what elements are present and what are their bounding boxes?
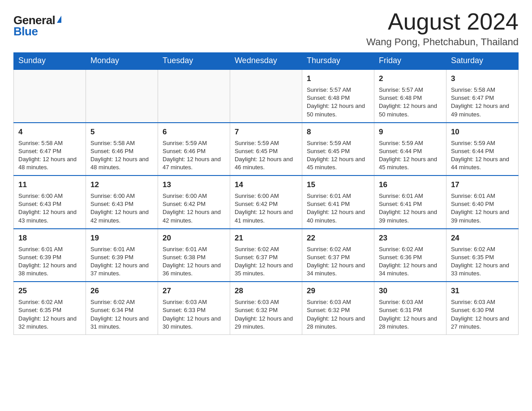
day-info: Daylight: 12 hours and 43 minutes. <box>18 208 81 224</box>
calendar-cell: 12Sunrise: 6:00 AMSunset: 6:43 PMDayligh… <box>86 176 158 229</box>
day-info: Sunset: 6:45 PM <box>235 147 297 155</box>
calendar-week-row: 1Sunrise: 5:57 AMSunset: 6:48 PMDaylight… <box>14 69 519 123</box>
day-number: 6 <box>163 127 225 137</box>
day-info: Daylight: 12 hours and 38 minutes. <box>18 261 81 278</box>
day-info: Sunset: 6:42 PM <box>163 200 225 208</box>
calendar-cell: 31Sunrise: 6:03 AMSunset: 6:30 PMDayligh… <box>446 282 518 334</box>
title-block: August 2024 Wang Pong, Phetchabun, Thail… <box>366 9 519 48</box>
day-info: Sunset: 6:46 PM <box>163 147 225 155</box>
calendar-cell <box>14 69 86 123</box>
calendar-cell: 30Sunrise: 6:03 AMSunset: 6:31 PMDayligh… <box>374 282 446 334</box>
calendar-cell: 14Sunrise: 6:00 AMSunset: 6:42 PMDayligh… <box>230 176 302 229</box>
month-title: August 2024 <box>366 9 519 34</box>
day-info: Sunset: 6:37 PM <box>235 253 297 261</box>
day-number: 27 <box>163 286 225 296</box>
day-info: Sunrise: 6:02 AM <box>307 245 369 253</box>
day-info: Sunset: 6:35 PM <box>18 306 81 314</box>
day-info: Sunset: 6:40 PM <box>451 200 514 208</box>
calendar-cell: 29Sunrise: 6:03 AMSunset: 6:32 PMDayligh… <box>302 282 374 334</box>
day-info: Daylight: 12 hours and 31 minutes. <box>90 315 153 331</box>
day-info: Daylight: 12 hours and 36 minutes. <box>163 261 225 278</box>
day-info: Sunrise: 6:02 AM <box>235 245 297 253</box>
day-info: Daylight: 12 hours and 46 minutes. <box>235 155 297 171</box>
day-number: 24 <box>451 233 514 244</box>
calendar-cell: 3Sunrise: 5:58 AMSunset: 6:47 PMDaylight… <box>446 69 518 123</box>
day-info: Daylight: 12 hours and 50 minutes. <box>379 102 442 118</box>
day-number: 3 <box>451 73 514 84</box>
calendar-cell <box>158 69 230 123</box>
day-info: Sunset: 6:33 PM <box>163 306 225 314</box>
day-info: Daylight: 12 hours and 37 minutes. <box>90 261 153 278</box>
calendar-cell: 24Sunrise: 6:02 AMSunset: 6:35 PMDayligh… <box>446 229 518 282</box>
calendar-week-row: 18Sunrise: 6:01 AMSunset: 6:39 PMDayligh… <box>14 229 519 282</box>
day-info: Daylight: 12 hours and 28 minutes. <box>379 315 442 331</box>
day-info: Sunset: 6:34 PM <box>90 306 153 314</box>
day-number: 10 <box>451 127 514 137</box>
logo-triangle-icon <box>57 16 61 23</box>
day-info: Sunrise: 6:02 AM <box>18 298 81 306</box>
location-subtitle: Wang Pong, Phetchabun, Thailand <box>366 36 519 48</box>
day-number: 1 <box>307 73 369 84</box>
day-info: Sunset: 6:38 PM <box>163 253 225 261</box>
day-info: Daylight: 12 hours and 41 minutes. <box>235 208 297 224</box>
day-info: Sunset: 6:48 PM <box>379 94 442 102</box>
calendar-cell: 22Sunrise: 6:02 AMSunset: 6:37 PMDayligh… <box>302 229 374 282</box>
day-info: Sunrise: 6:03 AM <box>451 298 514 306</box>
calendar-cell: 25Sunrise: 6:02 AMSunset: 6:35 PMDayligh… <box>14 282 86 334</box>
day-number: 28 <box>235 286 297 296</box>
day-info: Sunset: 6:41 PM <box>379 200 442 208</box>
day-info: Sunrise: 6:01 AM <box>307 192 369 200</box>
calendar-cell: 16Sunrise: 6:01 AMSunset: 6:41 PMDayligh… <box>374 176 446 229</box>
day-info: Daylight: 12 hours and 33 minutes. <box>451 261 514 278</box>
day-info: Sunrise: 5:58 AM <box>90 139 153 147</box>
day-number: 21 <box>235 233 297 244</box>
calendar-cell: 4Sunrise: 5:58 AMSunset: 6:47 PMDaylight… <box>14 123 86 176</box>
day-number: 11 <box>18 180 81 190</box>
day-info: Daylight: 12 hours and 34 minutes. <box>307 261 369 278</box>
day-info: Sunrise: 6:01 AM <box>18 245 81 253</box>
day-info: Sunset: 6:43 PM <box>18 200 81 208</box>
day-info: Sunrise: 6:03 AM <box>163 298 225 306</box>
page-header: General Blue August 2024 Wang Pong, Phet… <box>13 9 519 48</box>
day-info: Daylight: 12 hours and 39 minutes. <box>451 208 514 224</box>
day-info: Sunrise: 5:59 AM <box>163 139 225 147</box>
day-info: Sunset: 6:43 PM <box>90 200 153 208</box>
day-info: Sunset: 6:44 PM <box>379 147 442 155</box>
calendar-table: SundayMondayTuesdayWednesdayThursdayFrid… <box>13 52 519 335</box>
day-info: Sunset: 6:46 PM <box>90 147 153 155</box>
calendar-week-row: 4Sunrise: 5:58 AMSunset: 6:47 PMDaylight… <box>14 123 519 176</box>
day-info: Sunset: 6:47 PM <box>451 94 514 102</box>
day-number: 25 <box>18 286 81 296</box>
day-number: 4 <box>18 127 81 137</box>
day-number: 9 <box>379 127 442 137</box>
calendar-cell: 1Sunrise: 5:57 AMSunset: 6:48 PMDaylight… <box>302 69 374 123</box>
day-info: Sunset: 6:35 PM <box>451 253 514 261</box>
calendar-cell: 13Sunrise: 6:00 AMSunset: 6:42 PMDayligh… <box>158 176 230 229</box>
day-number: 22 <box>307 233 369 244</box>
day-info: Sunset: 6:30 PM <box>451 306 514 314</box>
calendar-cell: 18Sunrise: 6:01 AMSunset: 6:39 PMDayligh… <box>14 229 86 282</box>
day-info: Daylight: 12 hours and 40 minutes. <box>307 208 369 224</box>
day-info: Daylight: 12 hours and 48 minutes. <box>18 155 81 171</box>
calendar-week-row: 25Sunrise: 6:02 AMSunset: 6:35 PMDayligh… <box>14 282 519 334</box>
weekday-header-thursday: Thursday <box>302 52 374 69</box>
day-info: Sunrise: 6:00 AM <box>163 192 225 200</box>
day-info: Sunrise: 5:57 AM <box>307 86 369 94</box>
day-info: Sunrise: 5:59 AM <box>379 139 442 147</box>
day-info: Daylight: 12 hours and 28 minutes. <box>307 315 369 331</box>
day-info: Sunset: 6:31 PM <box>379 306 442 314</box>
day-info: Daylight: 12 hours and 32 minutes. <box>18 315 81 331</box>
day-number: 26 <box>90 286 153 296</box>
day-info: Daylight: 12 hours and 49 minutes. <box>451 102 514 118</box>
day-number: 18 <box>18 233 81 244</box>
day-info: Sunrise: 5:59 AM <box>451 139 514 147</box>
calendar-cell: 23Sunrise: 6:02 AMSunset: 6:36 PMDayligh… <box>374 229 446 282</box>
day-info: Sunrise: 5:59 AM <box>235 139 297 147</box>
day-info: Sunset: 6:37 PM <box>307 253 369 261</box>
logo: General Blue <box>13 9 61 39</box>
day-info: Sunrise: 5:58 AM <box>451 86 514 94</box>
day-info: Daylight: 12 hours and 45 minutes. <box>307 155 369 171</box>
calendar-cell: 5Sunrise: 5:58 AMSunset: 6:46 PMDaylight… <box>86 123 158 176</box>
calendar-cell: 6Sunrise: 5:59 AMSunset: 6:46 PMDaylight… <box>158 123 230 176</box>
day-number: 29 <box>307 286 369 296</box>
